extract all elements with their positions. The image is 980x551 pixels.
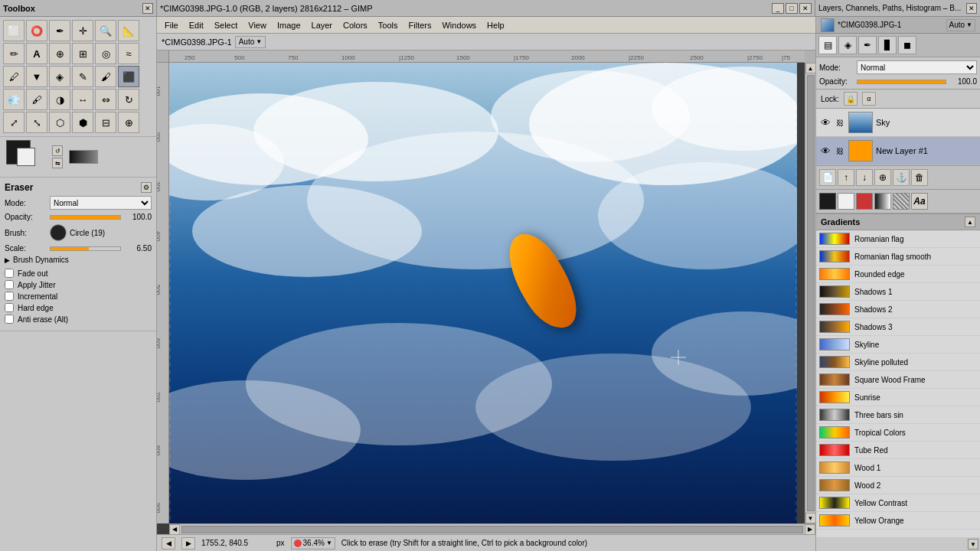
gradient-item-tropical-colors[interactable]: Tropical Colors bbox=[816, 424, 980, 442]
layer-eye-sky[interactable]: 👁 bbox=[819, 116, 831, 129]
status-left-btn2[interactable]: ▶ bbox=[181, 537, 195, 549]
scrollbar-left-btn[interactable]: ◀ bbox=[169, 524, 180, 535]
gradient-item-tube-red[interactable]: Tube Red bbox=[816, 442, 980, 459]
active-gradient-preview[interactable] bbox=[69, 150, 98, 164]
gradient-item-romanian-flag-smooth[interactable]: Romanian flag smooth bbox=[816, 248, 980, 266]
gradient-item-wood-1[interactable]: Wood 1 bbox=[816, 459, 980, 477]
perspective-tool[interactable]: ⬡ bbox=[49, 112, 70, 133]
tab-extra[interactable]: ◼ bbox=[898, 36, 916, 54]
fade-out-checkbox[interactable] bbox=[5, 269, 14, 278]
menu-filters[interactable]: Filters bbox=[404, 19, 436, 31]
menu-help[interactable]: Help bbox=[482, 19, 509, 31]
gradient-item-skyline-polluted[interactable]: Skyline polluted bbox=[816, 354, 980, 371]
heal-tool[interactable]: ⊕ bbox=[49, 43, 70, 64]
toolbox-close-btn[interactable]: ✕ bbox=[142, 3, 153, 14]
scrollbar-up-btn[interactable]: ▲ bbox=[805, 63, 816, 73]
menu-image[interactable]: Image bbox=[273, 19, 305, 31]
text-tool[interactable]: A bbox=[26, 43, 47, 64]
tab-layers[interactable]: ▤ bbox=[818, 36, 837, 54]
apply-jitter-checkbox[interactable] bbox=[5, 280, 14, 289]
canvas-zoom-dropdown[interactable]: Auto ▼ bbox=[235, 36, 266, 48]
scrollbar-thumb-v[interactable] bbox=[807, 75, 815, 511]
move-tool[interactable]: ✛ bbox=[72, 20, 93, 41]
lasso-tool[interactable]: ✒ bbox=[49, 20, 70, 41]
menu-edit[interactable]: Edit bbox=[185, 19, 208, 31]
delete-layer-btn[interactable]: 🗑 bbox=[911, 169, 928, 186]
tab-channels[interactable]: ◈ bbox=[838, 36, 857, 54]
zoom-tool[interactable]: 🔍 bbox=[95, 20, 116, 41]
gradient-item-yellow-orange[interactable]: Yellow Orange bbox=[816, 512, 980, 530]
menu-view[interactable]: View bbox=[243, 19, 271, 31]
rotate-tool[interactable]: ↻ bbox=[118, 89, 139, 110]
menu-select[interactable]: Select bbox=[210, 19, 243, 31]
extra-tool[interactable]: ⊕ bbox=[118, 112, 139, 133]
canvas-viewport[interactable] bbox=[169, 63, 805, 523]
path-tool[interactable]: ✏ bbox=[3, 43, 24, 64]
raise-layer-btn[interactable]: ↑ bbox=[838, 169, 854, 186]
ellipse-select-tool[interactable]: ⭕ bbox=[26, 20, 47, 41]
free-transform-tool[interactable]: ↔ bbox=[72, 89, 93, 110]
pattern-preview-btn[interactable] bbox=[893, 193, 910, 210]
scrollbar-right-btn[interactable]: ▶ bbox=[805, 524, 815, 535]
gradient-item-rounded-edge[interactable]: Rounded edge bbox=[816, 266, 980, 283]
scale-tool[interactable]: ⤢ bbox=[3, 112, 24, 133]
hard-edge-checkbox[interactable] bbox=[5, 303, 14, 312]
gradient-item-yellow-contrast[interactable]: Yellow Contrast bbox=[816, 494, 980, 512]
paintbrush-tool[interactable]: 🖌 bbox=[95, 66, 116, 87]
gradient-item-shadows-2[interactable]: Shadows 2 bbox=[816, 301, 980, 318]
shear-tool[interactable]: ⤡ bbox=[26, 112, 47, 133]
menu-layer[interactable]: Layer bbox=[307, 19, 338, 31]
gradient-item-three-bars-sin[interactable]: Three bars sin bbox=[816, 406, 980, 424]
menu-file[interactable]: File bbox=[160, 19, 183, 31]
layer-item-sky[interactable]: 👁 ⛓ Sky bbox=[816, 109, 980, 137]
tab-paths[interactable]: ✒ bbox=[858, 36, 877, 54]
lock-alpha-btn[interactable]: α bbox=[862, 92, 876, 106]
layer-item-new1[interactable]: 👁 ⛓ New Layer #1 bbox=[816, 137, 980, 165]
layer-opacity-slider[interactable] bbox=[857, 80, 946, 84]
gradients-scroll-up[interactable]: ▲ bbox=[965, 217, 975, 227]
gradient-item-square-wood-frame[interactable]: Square Wood Frame bbox=[816, 371, 980, 389]
gradient-item-shadows-3[interactable]: Shadows 3 bbox=[816, 318, 980, 336]
menu-colors[interactable]: Colors bbox=[338, 19, 372, 31]
measure-tool[interactable]: 📐 bbox=[118, 20, 139, 41]
layers-close-btn[interactable]: ✕ bbox=[966, 3, 977, 14]
scale-slider[interactable] bbox=[50, 246, 121, 251]
color-pick-tool[interactable]: 🖊 bbox=[3, 66, 24, 87]
gradient-item-skyline[interactable]: Skyline bbox=[816, 336, 980, 354]
maximize-btn[interactable]: □ bbox=[786, 3, 798, 14]
incremental-checkbox[interactable] bbox=[5, 292, 14, 301]
status-left-btn1[interactable]: ◀ bbox=[162, 537, 175, 549]
ink-tool[interactable]: 🖋 bbox=[26, 89, 47, 110]
lower-layer-btn[interactable]: ↓ bbox=[856, 169, 873, 186]
black-color-btn[interactable] bbox=[819, 193, 836, 210]
close-btn[interactable]: ✕ bbox=[799, 3, 812, 14]
rect-select-tool[interactable]: ⬜ bbox=[3, 20, 24, 41]
align-tool[interactable]: ⊟ bbox=[95, 112, 116, 133]
gradient-item-romanian-flag[interactable]: Romanian flag bbox=[816, 230, 980, 248]
pencil-tool[interactable]: ✎ bbox=[72, 66, 93, 87]
gradient-item-shadows-1[interactable]: Shadows 1 bbox=[816, 283, 980, 301]
mode-select[interactable]: Normal bbox=[50, 196, 152, 210]
layer-chain-new1[interactable]: ⛓ bbox=[835, 145, 845, 156]
eraser-tool[interactable]: ⬛ bbox=[118, 66, 139, 87]
opacity-slider[interactable] bbox=[50, 215, 121, 220]
minimize-btn[interactable]: _ bbox=[772, 3, 784, 14]
red-color-btn[interactable] bbox=[856, 193, 873, 210]
brush-dynamics-row[interactable]: ▶ Brush Dynamics bbox=[5, 256, 152, 264]
swap-colors-btn[interactable]: ⇆ bbox=[52, 158, 63, 168]
gradients-scroll-down[interactable]: ▼ bbox=[968, 539, 978, 549]
gradient-item-wood-2[interactable]: Wood 2 bbox=[816, 477, 980, 494]
reset-colors-btn[interactable]: ↺ bbox=[52, 145, 63, 156]
scrollbar-thumb-h[interactable] bbox=[181, 526, 803, 533]
layers-zoom-dropdown[interactable]: Auto ▼ bbox=[946, 19, 976, 31]
smudge-tool[interactable]: ≈ bbox=[118, 43, 139, 64]
cage-tool[interactable]: ⬢ bbox=[72, 112, 93, 133]
new-layer-btn[interactable]: 📄 bbox=[819, 169, 836, 186]
gradient-preview-btn[interactable] bbox=[874, 193, 891, 210]
menu-windows[interactable]: Windows bbox=[437, 19, 481, 31]
anti-erase-checkbox[interactable] bbox=[5, 315, 14, 324]
vertical-scrollbar[interactable]: ▲ ▼ bbox=[805, 63, 815, 523]
flip-tool[interactable]: ⇔ bbox=[95, 89, 116, 110]
tool-options-config[interactable]: ⚙ bbox=[141, 182, 152, 193]
bg-color-swatch[interactable] bbox=[17, 148, 35, 166]
